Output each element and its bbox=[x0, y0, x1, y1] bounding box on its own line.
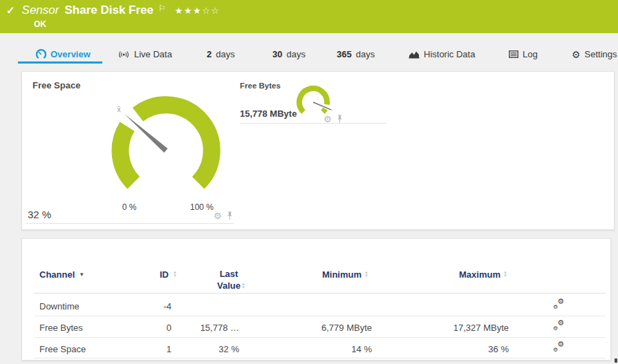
stars-empty: ☆☆ bbox=[202, 6, 220, 16]
flag-icon[interactable]: ⚐ bbox=[158, 3, 166, 13]
gear-icon: ⚙ bbox=[572, 50, 581, 59]
channel-id: -4 bbox=[105, 301, 171, 312]
channel-settings-gears-icon[interactable]: ⚙⚙ bbox=[553, 321, 564, 331]
column-header-minimum[interactable]: Minimum bbox=[285, 269, 362, 280]
sort-arrows-icon[interactable]: ▲▼ bbox=[241, 282, 245, 289]
sensor-status-header: ✓ Sensor Share Disk Free ⚐ ★★★☆☆ OK bbox=[0, 0, 618, 33]
sort-arrows-icon[interactable]: ▲▼ bbox=[503, 271, 507, 278]
tab-30-days[interactable]: 30 days bbox=[272, 49, 306, 59]
prtg-sensor-overview-page: ✓ Sensor Share Disk Free ⚐ ★★★☆☆ OK Over… bbox=[0, 0, 618, 364]
channel-last-value: 32 % bbox=[162, 344, 239, 354]
live-data-icon bbox=[118, 50, 130, 59]
sort-arrows-icon[interactable]: ▲▼ bbox=[364, 271, 368, 278]
tab-30-days-number: 30 bbox=[272, 49, 282, 59]
tab-365-days-label: days bbox=[356, 49, 375, 59]
gauge-scale-min-label: 0 % bbox=[115, 202, 143, 212]
channel-settings-gears-icon[interactable]: ⚙⚙ bbox=[553, 300, 564, 309]
tab-2-days-label: days bbox=[216, 49, 234, 59]
tab-overview-label: Overview bbox=[50, 49, 91, 59]
tile-divider bbox=[26, 223, 234, 224]
tab-live-data-label: Live Data bbox=[134, 49, 172, 59]
status-ok-check-icon: ✓ bbox=[6, 4, 15, 17]
sort-caret-down-icon: ▼ bbox=[79, 271, 84, 278]
sort-arrows-icon[interactable]: ▲▼ bbox=[173, 271, 177, 278]
channel-name[interactable]: Downtime bbox=[39, 301, 79, 312]
free-bytes-gauge-title: Free Bytes bbox=[240, 82, 281, 90]
free-space-gauge-title: Free Space bbox=[32, 80, 80, 90]
tab-log[interactable]: Log bbox=[509, 49, 538, 59]
object-type-label: Sensor bbox=[22, 3, 59, 17]
tab-2-days-number: 2 bbox=[207, 49, 212, 59]
tab-2-days[interactable]: 2 days bbox=[207, 49, 235, 59]
free-bytes-gauge-value: 15,778 MByte bbox=[240, 108, 297, 119]
scrollbar-nub[interactable] bbox=[615, 358, 617, 363]
tab-log-label: Log bbox=[523, 49, 538, 59]
sensor-status-text: OK bbox=[34, 19, 46, 29]
pin-icon[interactable] bbox=[227, 211, 233, 220]
gauges-panel: Free Space x̄ 0 % 100 % 32 % ⚙ Free Byte… bbox=[21, 71, 615, 230]
table-header-divider bbox=[34, 293, 606, 294]
tab-30-days-label: days bbox=[286, 49, 305, 59]
area-chart-icon bbox=[409, 50, 420, 59]
channel-maximum: 17,327 MByte bbox=[423, 323, 509, 333]
free-space-tile-controls: ⚙ bbox=[214, 211, 233, 220]
tab-live-data[interactable]: Live Data bbox=[118, 49, 172, 59]
free-space-gauge: x̄ bbox=[104, 87, 228, 211]
channel-minimum: 14 % bbox=[292, 344, 372, 354]
log-icon bbox=[509, 50, 518, 58]
channel-name[interactable]: Free Bytes bbox=[39, 323, 83, 333]
tab-settings-label: Settings bbox=[585, 49, 617, 59]
sensor-header-row: ✓ Sensor Share Disk Free ⚐ ★★★☆☆ bbox=[6, 3, 221, 17]
channels-table-panel: Channel ▼ ID ▲▼ Last Value ▲▼ Minimum ▲▼… bbox=[21, 238, 611, 361]
channel-last-value: 15,778 … bbox=[162, 323, 239, 333]
tab-bar: Overview Live Data 2 days 30 days 365 da… bbox=[0, 33, 618, 67]
column-header-id[interactable]: ID bbox=[105, 269, 169, 280]
free-space-gauge-value: 32 % bbox=[28, 209, 51, 220]
row-divider bbox=[34, 358, 606, 358]
column-header-channel[interactable]: Channel ▼ bbox=[39, 269, 84, 280]
row-divider bbox=[34, 337, 606, 338]
column-header-maximum[interactable]: Maximum bbox=[423, 269, 500, 280]
tab-365-days-number: 365 bbox=[337, 49, 352, 59]
gauge-settings-gear-icon[interactable]: ⚙ bbox=[214, 211, 222, 220]
tab-365-days[interactable]: 365 days bbox=[337, 49, 375, 59]
row-divider bbox=[34, 316, 606, 316]
tile-divider bbox=[240, 123, 386, 124]
priority-stars[interactable]: ★★★☆☆ bbox=[175, 6, 221, 16]
channel-settings-gears-icon[interactable]: ⚙⚙ bbox=[553, 343, 564, 352]
tab-settings[interactable]: ⚙ Settings bbox=[572, 49, 617, 59]
tab-historic-data-label: Historic Data bbox=[424, 49, 475, 59]
average-marker: x̄ bbox=[118, 106, 121, 113]
active-tab-underline bbox=[18, 61, 102, 64]
sensor-name-title: Share Disk Free bbox=[64, 3, 153, 17]
column-header-channel-label: Channel bbox=[39, 269, 75, 280]
channel-name[interactable]: Free Space bbox=[39, 344, 86, 354]
tab-historic-data[interactable]: Historic Data bbox=[409, 49, 475, 59]
channel-maximum: 36 % bbox=[423, 344, 509, 354]
channel-minimum: 6,779 MByte bbox=[292, 323, 372, 333]
stars-filled: ★★★ bbox=[175, 6, 202, 16]
tab-overview[interactable]: Overview bbox=[36, 49, 91, 59]
gauge-icon bbox=[36, 49, 46, 59]
